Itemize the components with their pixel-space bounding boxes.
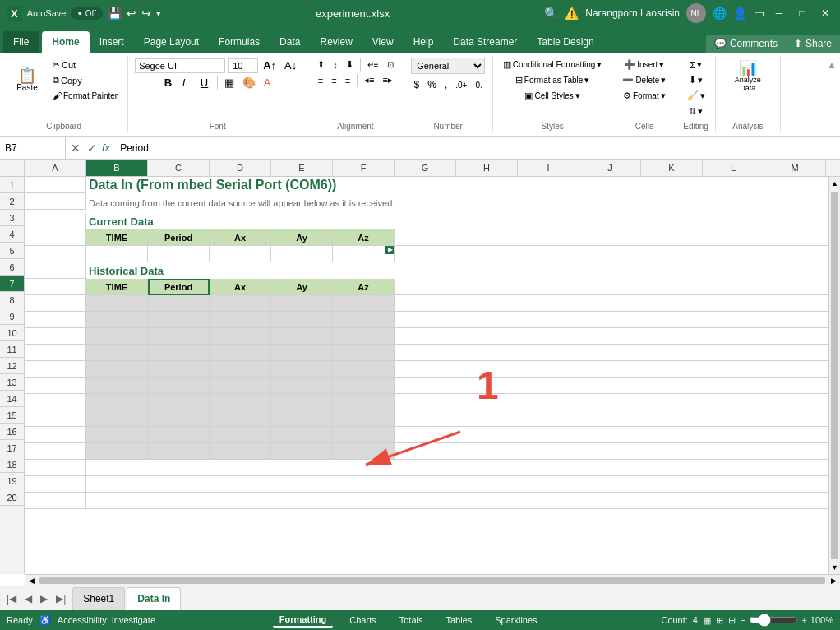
cell-d16[interactable] [210,427,271,443]
row-num-12[interactable]: 12 [0,358,24,374]
cell-a2[interactable] [25,193,86,210]
cell-f9[interactable] [333,312,395,328]
tab-table-design[interactable]: Table Design [527,31,603,53]
cell-b7[interactable]: TIME [86,279,148,295]
cell-e8[interactable] [271,295,333,312]
indent-dec-btn[interactable]: ◂≡ [361,73,377,87]
tab-review[interactable]: Review [310,31,362,53]
row-num-18[interactable]: 18 [0,456,24,473]
cell-d9[interactable] [210,312,271,328]
cell-b15[interactable] [86,410,148,427]
insert-cells-btn[interactable]: ➕ Insert ▾ [621,58,667,72]
restore-btn[interactable]: □ [794,5,810,21]
sheet-tab-data-in[interactable]: Data In [127,587,181,610]
tab-page-layout[interactable]: Page Layout [134,31,209,53]
cell-rest-5[interactable] [395,246,828,262]
cell-rest-4[interactable] [395,229,828,246]
cell-a13[interactable] [25,378,86,394]
cell-rest-17[interactable] [395,443,828,460]
currency-btn[interactable]: $ [411,77,423,92]
cell-f5[interactable]: ▶ [333,246,395,262]
cell-d14[interactable] [210,394,271,410]
percent-btn[interactable]: % [424,77,440,92]
cell-b16[interactable] [86,427,148,443]
font-size-input[interactable] [228,58,258,73]
cell-rest-20[interactable] [86,493,828,509]
vertical-scrollbar[interactable]: ▲ ▼ [828,177,840,574]
row-num-16[interactable]: 16 [0,424,24,440]
scroll-left-btn[interactable]: ◀ [25,577,38,585]
cell-b14[interactable] [86,394,148,410]
row-num-15[interactable]: 15 [0,407,24,424]
undo-btn[interactable]: ↩ [127,7,136,20]
dec-dec-btn[interactable]: 0. [472,79,485,91]
name-box[interactable]: B7 [0,137,66,159]
cell-a16[interactable] [25,427,86,443]
fill-btn[interactable]: ⬇▾ [685,73,706,87]
cell-a7[interactable] [25,279,86,295]
status-sparklines-btn[interactable]: Sparklines [488,614,543,627]
horizontal-scrollbar[interactable]: ◀ ▶ [25,574,840,586]
cell-rest-19[interactable] [86,476,828,493]
col-header-k[interactable]: K [641,160,703,176]
cell-rest-9[interactable] [395,312,828,328]
formula-accept-btn[interactable]: ✓ [85,140,99,156]
row-num-11[interactable]: 11 [0,341,24,358]
font-color-btn[interactable]: A [261,75,275,90]
cell-e16[interactable] [271,427,333,443]
status-totals-btn[interactable]: Totals [393,614,430,627]
row-num-19[interactable]: 19 [0,473,24,489]
conditional-formatting-btn[interactable]: ▥ Conditional Formatting ▾ [500,58,606,72]
scroll-up-btn[interactable]: ▲ [829,177,840,190]
row-num-13[interactable]: 13 [0,374,24,391]
cell-d13[interactable] [210,378,271,394]
sort-filter-btn[interactable]: ⇅▾ [685,104,706,118]
col-header-m[interactable]: M [764,160,826,176]
redo-btn[interactable]: ↪ [141,7,151,20]
cell-a12[interactable] [25,361,86,378]
cell-rest-10[interactable] [395,328,828,345]
cell-d11[interactable] [210,345,271,361]
sheet-nav-last[interactable]: ▶| [53,591,69,606]
cell-e15[interactable] [271,410,333,427]
col-header-a[interactable]: A [25,160,86,176]
cell-b6[interactable]: Historical Data [86,262,333,279]
tab-help[interactable]: Help [404,31,444,53]
comma-btn[interactable]: , [441,77,450,92]
normal-view-icon[interactable]: ▦ [703,615,711,626]
cell-c4[interactable]: Period [148,229,210,246]
tab-home[interactable]: Home [42,31,89,53]
cell-rest-14[interactable] [395,394,828,410]
cell-d8[interactable] [210,295,271,312]
cell-a19[interactable] [25,476,86,493]
cell-b5[interactable] [86,246,148,262]
row-num-10[interactable]: 10 [0,325,24,341]
cell-e12[interactable] [271,361,333,378]
col-header-h[interactable]: H [456,160,518,176]
cell-a18[interactable] [25,460,86,476]
row-num-1[interactable]: 1 [0,177,24,193]
font-name-input[interactable] [135,58,225,73]
cell-a20[interactable] [25,493,86,509]
cell-d5[interactable] [210,246,271,262]
zoom-slider[interactable] [749,614,798,627]
row-num-14[interactable]: 14 [0,391,24,407]
tab-formulas[interactable]: Formulas [209,31,270,53]
autosum-btn[interactable]: Σ▾ [686,58,705,72]
underline-btn[interactable]: U [197,75,214,90]
clear-btn[interactable]: 🧹▾ [684,89,708,103]
align-middle-btn[interactable]: ↕ [330,58,341,72]
number-format-select[interactable]: General Number Currency [411,58,485,74]
format-cells-btn[interactable]: ⚙ Format ▾ [620,89,669,103]
delete-cells-btn[interactable]: ➖ Delete ▾ [619,73,669,87]
cell-a1[interactable] [25,177,86,193]
analyze-data-btn[interactable]: 📊 Analyze Data [722,58,773,95]
cell-rest-7[interactable] [395,279,828,295]
cell-b13[interactable] [86,378,148,394]
cell-a6[interactable] [25,262,86,279]
format-as-table-btn[interactable]: ⊞ Format as Table ▾ [512,73,593,87]
cell-rest-15[interactable] [395,410,828,427]
cell-d12[interactable] [210,361,271,378]
cell-b10[interactable] [86,328,148,345]
indent-inc-btn[interactable]: ≡▸ [380,73,396,87]
